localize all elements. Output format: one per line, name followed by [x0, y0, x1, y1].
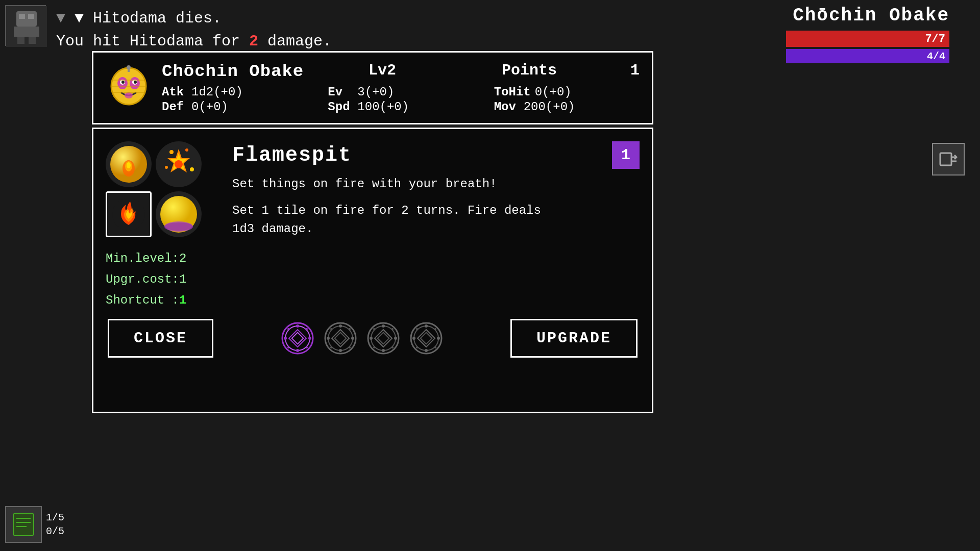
ability-level-badge: 1	[612, 141, 640, 169]
svg-point-16	[121, 81, 125, 84]
svg-rect-87	[13, 513, 34, 536]
slot-button-4[interactable]	[408, 320, 445, 357]
svg-point-58	[351, 337, 354, 340]
def-label: Def	[162, 100, 187, 114]
character-avatar	[106, 65, 152, 111]
ability-icons	[106, 141, 218, 238]
svg-point-82	[437, 337, 440, 340]
min-level-label: Min.level:	[106, 252, 179, 265]
svg-point-68	[382, 349, 385, 352]
svg-rect-2	[19, 14, 25, 19]
shortcut-row: Shortcut :1	[106, 290, 640, 311]
combat-damage: 2	[249, 33, 258, 50]
icon-row-2	[106, 191, 218, 237]
svg-point-55	[339, 324, 342, 328]
inventory-area: 1/5 0/5	[5, 506, 64, 543]
svg-rect-7	[940, 153, 951, 165]
svg-point-84	[434, 328, 436, 330]
mov-label: Mov	[494, 100, 520, 114]
svg-rect-5	[17, 37, 24, 44]
atk-value: 1d2(+0)	[191, 85, 243, 99]
fire-burst-icon	[156, 141, 202, 187]
svg-point-86	[434, 346, 436, 348]
combat-line1: ▼ ▼ Hitodama dies.	[56, 7, 332, 30]
bottom-bar: CLOSE	[106, 319, 640, 358]
fire-orb-selected-icon[interactable]	[106, 191, 152, 237]
min-level-value: 2	[179, 252, 186, 265]
svg-point-27	[127, 162, 131, 168]
char-level: Lv2	[369, 62, 396, 81]
icon-row-1	[106, 141, 218, 187]
mov-value: 200(+0)	[524, 100, 575, 114]
char-name-row: Chōchin Obake Lv2 Points 1	[162, 62, 640, 81]
ability-meta: Min.level:2 Upgr.cost:1 Shortcut :1	[106, 248, 640, 311]
upgr-cost-value: 1	[179, 272, 186, 286]
hp-value: 7/7	[925, 33, 945, 45]
svg-point-33	[165, 166, 168, 169]
svg-point-61	[330, 346, 332, 348]
ability-short-desc: Set things on fire with your breath!	[232, 175, 640, 193]
ability-detail: Set 1 tile on fire for 2 turns. Fire dea…	[232, 202, 640, 238]
svg-point-43	[296, 324, 299, 328]
svg-point-50	[306, 346, 308, 348]
svg-point-47	[287, 328, 289, 330]
svg-point-23	[127, 65, 131, 69]
spd-value: 100(+0)	[357, 100, 409, 114]
svg-point-81	[412, 337, 415, 340]
stat-def-row: Def 0(+0)	[162, 100, 307, 114]
inventory-slot-1	[5, 506, 42, 543]
upgr-cost-label: Upgr.cost:	[106, 272, 179, 286]
svg-point-67	[382, 324, 385, 328]
status-bars: 7/7 4/4	[786, 31, 949, 63]
slot-button-1[interactable]	[279, 320, 316, 357]
svg-point-72	[391, 328, 394, 330]
shortcut-value: 1	[179, 293, 186, 307]
tohit-label: ToHit	[494, 85, 531, 99]
inv-slot1-count: 1/5	[46, 512, 64, 523]
svg-point-18	[125, 92, 133, 98]
tohit-value: 0(+0)	[535, 85, 572, 99]
ability-level: 1	[621, 146, 630, 164]
stat-mov-row: Mov 200(+0)	[494, 100, 640, 114]
svg-point-62	[349, 346, 351, 348]
svg-point-34	[190, 167, 194, 171]
svg-point-30	[175, 160, 183, 168]
svg-point-44	[296, 349, 299, 352]
slot-button-2[interactable]	[322, 320, 359, 357]
slot-button-3[interactable]	[365, 320, 402, 357]
main-panel: Chōchin Obake Lv2 Points 1 Atk 1d2(+0) E…	[92, 51, 653, 413]
svg-point-71	[373, 328, 375, 330]
svg-rect-6	[29, 37, 36, 44]
svg-point-60	[349, 328, 351, 330]
enemy-name-text: Chōchin Obake	[793, 5, 949, 26]
yellow-orb-icon	[156, 191, 202, 237]
close-button[interactable]: CLOSE	[108, 319, 213, 358]
svg-point-49	[287, 346, 289, 348]
exit-button[interactable]	[932, 143, 965, 176]
points-value: 1	[630, 62, 640, 79]
spd-label: Spd	[328, 100, 353, 114]
combat-log: ▼ ▼ Hitodama dies. You hit Hitodama for …	[56, 7, 332, 53]
svg-point-69	[370, 337, 373, 340]
svg-point-74	[391, 346, 394, 348]
atk-label: Atk	[162, 85, 187, 99]
inventory-counts: 1/5 0/5	[46, 512, 64, 537]
svg-point-70	[394, 337, 397, 340]
svg-point-83	[416, 328, 418, 330]
points-label: Points 1	[502, 62, 640, 81]
combat-line1-text: ▼ Hitodama dies.	[75, 10, 222, 27]
upgr-cost-row: Upgr.cost:1	[106, 269, 640, 290]
svg-point-80	[425, 349, 428, 352]
svg-point-73	[373, 346, 375, 348]
upgrade-button[interactable]: UPGRADE	[510, 319, 638, 358]
stat-atk-row: Atk 1d2(+0)	[162, 85, 307, 99]
svg-point-79	[425, 324, 428, 328]
gold-orb-icon	[106, 141, 152, 187]
stat-spd-row: Spd 100(+0)	[328, 100, 473, 114]
min-level-row: Min.level:2	[106, 248, 640, 269]
svg-point-46	[308, 337, 311, 340]
mp-bar: 4/4	[786, 49, 949, 63]
svg-point-31	[169, 150, 174, 154]
def-value: 0(+0)	[191, 100, 228, 114]
svg-point-59	[330, 328, 332, 330]
